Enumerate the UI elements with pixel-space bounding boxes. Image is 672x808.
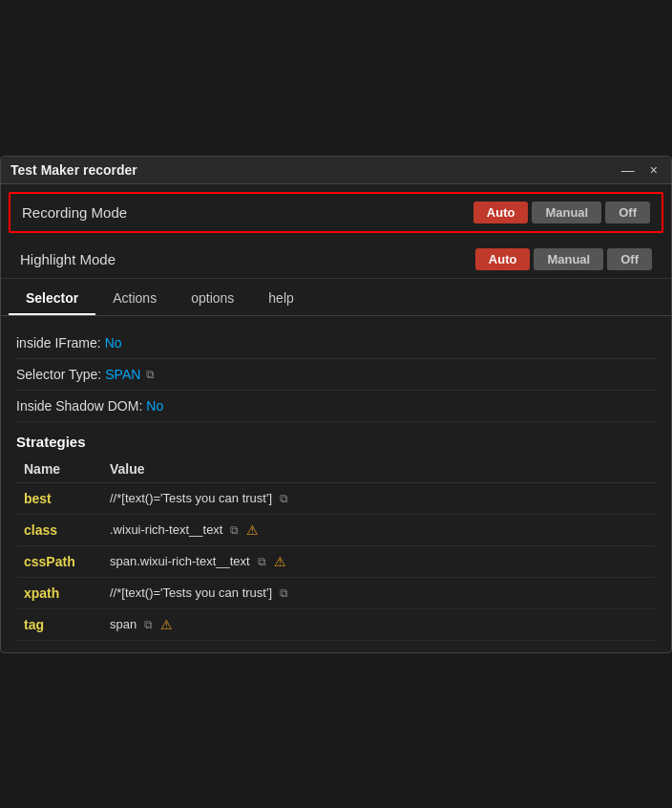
strategy-name-tag: tag [16,608,102,640]
title-bar: Test Maker recorder — × [1,157,671,184]
tab-actions[interactable]: Actions [95,283,174,315]
strategy-value-csspath: span.wixui-rich-text__text ⧉ ⚠ [102,545,656,577]
highlight-mode-label: Highlight Mode [20,251,116,267]
content-area: inside IFrame: No Selector Type: SPAN ⧉ … [1,316,671,652]
warn-class-icon: ⚠ [246,522,259,538]
window-title: Test Maker recorder [10,162,137,178]
strategy-value-tag-text: span [110,617,136,631]
copy-tag-button[interactable]: ⧉ [142,618,155,631]
strategy-name-csspath: cssPath [16,545,102,577]
close-button[interactable]: × [646,162,662,178]
table-row: xpath //*[text()='Tests you can trust'] … [16,577,656,608]
highlight-mode-bar: Highlight Mode Auto Manual Off [1,241,671,279]
col-header-name: Name [16,456,102,483]
strategy-value-xpath: //*[text()='Tests you can trust'] ⧉ [102,577,656,608]
strategy-name-best: best [16,482,102,514]
recording-manual-button[interactable]: Manual [532,202,601,223]
recording-mode-label: Recording Mode [22,204,127,221]
copy-best-button[interactable]: ⧉ [278,492,290,505]
shadow-dom-label: Inside Shadow DOM: [16,398,142,414]
highlight-manual-button[interactable]: Manual [534,248,603,270]
strategy-value-csspath-text: span.wixui-rich-text__text [110,554,250,568]
col-header-value: Value [102,456,656,483]
iframe-label: inside IFrame: [16,335,101,351]
recording-auto-button[interactable]: Auto [473,202,529,223]
tab-help[interactable]: help [251,283,310,315]
minimize-button[interactable]: — [618,162,639,178]
main-window: Test Maker recorder — × Recording Mode A… [0,156,672,653]
selector-type-value: SPAN [105,367,140,382]
window-controls: — × [618,162,662,178]
copy-xpath-button[interactable]: ⧉ [278,586,290,600]
warn-tag-icon: ⚠ [160,617,173,632]
table-row: best //*[text()='Tests you can trust'] ⧉ [16,482,656,514]
strategy-value-best: //*[text()='Tests you can trust'] ⧉ [102,482,656,514]
highlight-auto-button[interactable]: Auto [475,248,531,270]
selector-type-row: Selector Type: SPAN ⧉ [16,359,656,391]
table-row: cssPath span.wixui-rich-text__text ⧉ ⚠ [16,545,656,577]
strategy-value-xpath-text: //*[text()='Tests you can trust'] [110,585,272,600]
iframe-row: inside IFrame: No [16,328,656,359]
strategy-name-xpath: xpath [16,577,102,608]
highlight-mode-buttons: Auto Manual Off [475,248,652,270]
recording-mode-buttons: Auto Manual Off [473,202,650,223]
strategy-value-tag: span ⧉ ⚠ [102,608,656,640]
strategy-value-class-text: .wixui-rich-text__text [110,522,222,537]
copy-class-button[interactable]: ⧉ [228,523,241,537]
strategy-value-best-text: //*[text()='Tests you can trust'] [110,491,272,505]
strategy-value-class: .wixui-rich-text__text ⧉ ⚠ [102,514,656,545]
shadow-dom-row: Inside Shadow DOM: No [16,391,656,422]
tabs-bar: Selector Actions options help [1,283,671,316]
iframe-value: No [105,335,122,351]
selector-type-label: Selector Type: [16,367,101,382]
tab-selector[interactable]: Selector [9,283,95,315]
selector-type-copy-button[interactable]: ⧉ [144,368,157,381]
strategy-name-class: class [16,514,102,545]
table-row: class .wixui-rich-text__text ⧉ ⚠ [16,514,656,545]
recording-mode-bar: Recording Mode Auto Manual Off [9,192,663,233]
strategies-table: Name Value best //*[text()='Tests you ca… [16,456,656,641]
highlight-off-button[interactable]: Off [607,248,652,270]
tab-options[interactable]: options [174,283,251,315]
recording-off-button[interactable]: Off [605,202,650,223]
strategies-title: Strategies [16,422,656,456]
shadow-dom-value: No [146,398,163,414]
table-row: tag span ⧉ ⚠ [16,608,656,640]
warn-csspath-icon: ⚠ [274,554,286,569]
copy-csspath-button[interactable]: ⧉ [256,555,268,568]
